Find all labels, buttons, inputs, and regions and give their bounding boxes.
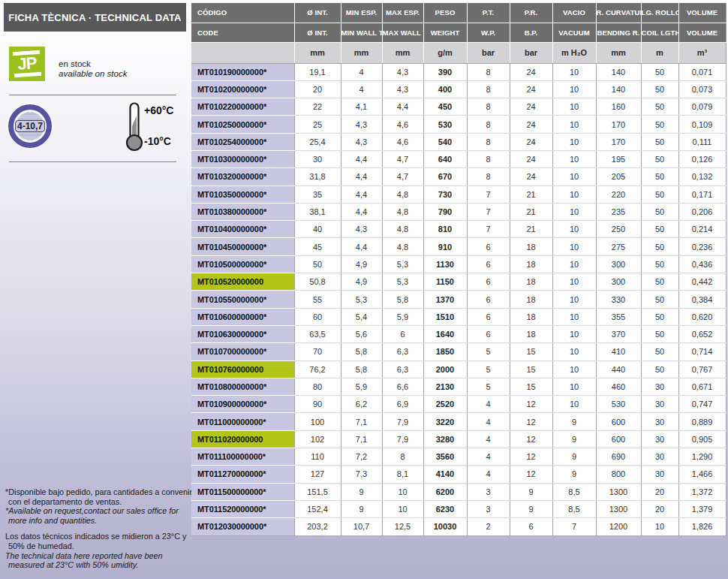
value-cell: 10 [552,308,596,325]
value-cell: 4 [467,396,510,413]
table-row: MT010900000000*906,26,9252041210530300,7… [191,396,726,413]
value-cell: 70 [294,343,341,360]
value-cell: 670 [423,168,467,185]
code-cell: MT010900000000* [191,396,294,413]
value-cell: 5,8 [382,291,423,308]
value-cell: 50 [641,325,678,342]
value-cell: 4 [467,448,510,466]
code-cell: MT010600000000* [191,308,294,325]
value-cell: 0,132 [678,168,726,185]
code-cell: MT010500000000* [191,255,294,273]
value-cell: 4,4 [341,185,382,203]
code-cell: MT011100000000* [191,448,294,466]
value-cell: 4,6 [382,133,423,150]
temp-max-label: +60°C [144,104,173,116]
logo-letters: JP [17,54,38,74]
value-cell: 110 [294,448,341,466]
value-cell: 460 [596,378,641,395]
unit-cell: g/m [423,42,467,63]
column-header-es: R. CURVATURA [596,3,641,23]
value-cell: 6,6 [382,378,423,395]
value-cell: 102 [294,430,341,448]
value-cell: 60 [294,308,341,325]
value-cell: 410 [596,343,641,360]
value-cell: 8 [467,168,510,185]
value-cell: 1,466 [678,466,726,483]
value-cell: 15 [510,360,552,378]
value-cell: 4,7 [382,150,423,167]
value-cell: 10 [552,291,596,308]
value-cell: 1,826 [678,518,726,535]
value-cell: 7,9 [382,430,423,448]
value-cell: 24 [510,116,552,133]
value-cell: 100 [294,413,341,430]
value-cell: 6 [382,325,423,342]
value-cell: 6 [467,325,510,342]
value-cell: 4,4 [341,238,382,255]
value-cell: 31,8 [294,168,341,185]
code-cell: MT010250000000* [191,116,294,133]
value-cell: 6 [467,291,510,308]
value-cell: 4,4 [341,168,382,185]
value-cell: 2130 [423,378,467,395]
value-cell: 235 [596,203,641,220]
value-cell: 50 [641,133,678,150]
value-cell: 790 [423,203,467,220]
footnote-measured-es: Los datos técnicos indicados se midieron… [4,532,193,550]
value-cell: 1200 [596,518,641,535]
value-cell: 40 [294,221,341,238]
value-cell: 7,3 [341,466,382,483]
value-cell: 50,8 [294,273,341,291]
value-cell: 0,620 [678,308,726,325]
value-cell: 10 [382,483,423,500]
value-cell: 8 [467,133,510,150]
value-cell: 4,8 [382,238,423,255]
value-cell: 50 [641,255,678,273]
value-cell: 24 [510,133,552,150]
column-header-es: P.T. [467,3,510,23]
value-cell: 24 [510,168,552,185]
column-header-en: VOLUME [678,23,726,42]
value-cell: 12 [510,448,552,466]
value-cell: 9 [341,500,382,517]
value-cell: 4,8 [382,221,423,238]
table-row: MT012030000000*203,210,712,5100302671200… [191,518,726,535]
code-cell: MT010400000000* [191,221,294,238]
column-header-es: VACIO [552,3,596,23]
value-cell: 10 [552,255,596,273]
value-cell: 4,4 [382,98,423,116]
value-cell: 7 [467,221,510,238]
value-cell: 10 [552,343,596,360]
value-cell: 0,905 [678,430,726,448]
spec-icons: 4-10,7 +60°C -10°C [0,102,188,155]
code-cell: MT010320000000* [191,168,294,185]
value-cell: 0,109 [678,116,726,133]
value-cell: 90 [294,396,341,413]
value-cell: 24 [510,150,552,167]
value-cell: 2 [467,518,510,535]
code-cell: MT010450000000* [191,238,294,255]
value-cell: 140 [596,63,641,80]
value-cell: 300 [596,255,641,273]
value-cell: 30 [641,396,678,413]
value-cell: 76,2 [294,360,341,378]
unit-cell: m H₂O [552,42,596,63]
code-cell: MT010550000000* [191,291,294,308]
value-cell: 910 [423,238,467,255]
table-row: MT010254000000*25,44,34,654082410170500,… [191,133,726,150]
value-cell: 24 [510,98,552,116]
value-cell: 18 [510,325,552,342]
value-cell: 8 [467,116,510,133]
value-cell: 20 [641,483,678,500]
column-header-en: MIN WALL TH. [341,23,382,42]
stock-label-es: en stock [59,59,127,69]
value-cell: 151,5 [294,483,341,500]
value-cell: 1850 [423,343,467,360]
value-cell: 5,3 [382,255,423,273]
value-cell: 10 [552,221,596,238]
value-cell: 12 [510,413,552,430]
table-row: MT010450000000*454,44,891061810275500,23… [191,238,726,255]
value-cell: 730 [423,185,467,203]
column-header-es: LG. ROLLO [641,3,678,23]
value-cell: 80 [294,378,341,395]
